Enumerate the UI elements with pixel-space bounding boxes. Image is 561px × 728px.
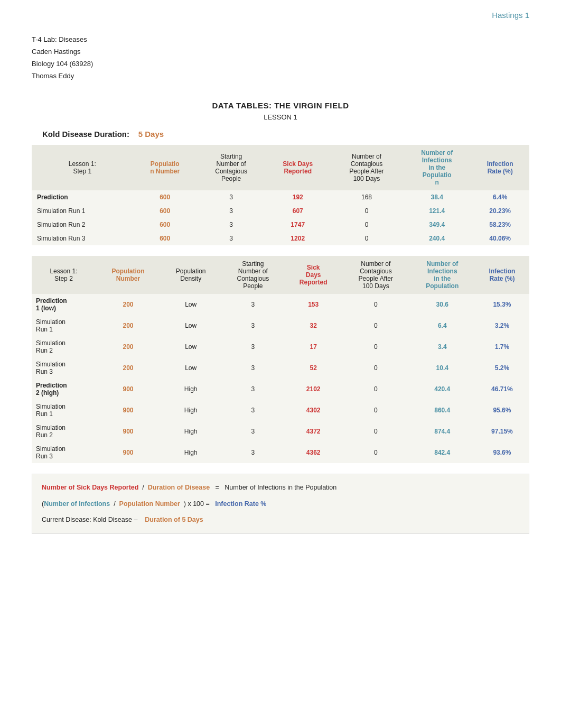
table-row: Prediction 600 3 192 168 38.4 6.4% xyxy=(32,190,529,204)
row-contagious100: 0 xyxy=(342,315,410,336)
row-sick: 607 xyxy=(265,204,330,218)
formula-duration: Duration of Disease xyxy=(148,484,210,491)
row-pop: 200 xyxy=(96,294,161,315)
table-row: SimulationRun 1 900 High 3 4302 0 860.4 … xyxy=(32,400,529,421)
disease-duration-value: 5 Days xyxy=(138,130,164,139)
row-rate: 3.2% xyxy=(475,315,529,336)
table-row: Prediction2 (high) 900 High 3 2102 0 420… xyxy=(32,379,529,400)
row-label: Prediction xyxy=(32,190,133,204)
row-infections: 30.6 xyxy=(410,294,475,315)
row-label: Simulation Run 1 xyxy=(32,204,133,218)
formula-current-disease-label: Current Disease: Kold Disease – xyxy=(42,516,137,523)
table1-col-pop: Population Number xyxy=(133,145,197,190)
row-label: SimulationRun 3 xyxy=(32,357,96,379)
row-label: SimulationRun 2 xyxy=(32,336,96,357)
row-label: Prediction1 (low) xyxy=(32,294,96,315)
row-sick: 1202 xyxy=(265,232,330,245)
row-infections: 420.4 xyxy=(410,379,475,400)
row-contagious100: 0 xyxy=(330,232,403,245)
row-starting: 3 xyxy=(221,421,285,442)
lesson-title: LESSON 1 xyxy=(32,113,529,121)
author-label: Caden Hastings xyxy=(32,48,529,56)
table-row: SimulationRun 1 200 Low 3 32 0 6.4 3.2% xyxy=(32,315,529,336)
row-label: SimulationRun 3 xyxy=(32,442,96,463)
row-contagious100: 0 xyxy=(330,204,403,218)
formula-line1: Number of Sick Days Reported / Duration … xyxy=(42,482,519,494)
table-row: Simulation Run 2 600 3 1747 0 349.4 58.2… xyxy=(32,218,529,232)
formula-pop-number: Population Number xyxy=(119,500,180,508)
row-pop: 600 xyxy=(133,190,197,204)
row-starting: 3 xyxy=(197,190,266,204)
section-title: DATA TABLES: THE VIRGIN FIELD xyxy=(32,101,529,110)
page-header: Hastings 1 xyxy=(32,11,529,20)
row-sick: 52 xyxy=(285,357,342,379)
row-contagious100: 0 xyxy=(342,357,410,379)
row-infections: 349.4 xyxy=(403,218,471,232)
row-rate: 1.7% xyxy=(475,336,529,357)
row-starting: 3 xyxy=(221,315,285,336)
table-row: Simulation Run 1 600 3 607 0 121.4 20.23… xyxy=(32,204,529,218)
table2-col-infections: Number ofInfectionsin thePopulation xyxy=(410,256,475,294)
row-pop: 900 xyxy=(96,442,161,463)
row-rate: 40.06% xyxy=(471,232,529,245)
table-row: Prediction1 (low) 200 Low 3 153 0 30.6 1… xyxy=(32,294,529,315)
row-rate: 6.4% xyxy=(471,190,529,204)
formula-infections-label: Number of Infections in the Population xyxy=(225,484,336,491)
row-starting: 3 xyxy=(221,400,285,421)
row-contagious100: 0 xyxy=(330,218,403,232)
row-sick: 4362 xyxy=(285,442,342,463)
lab-label: T-4 Lab: Diseases xyxy=(32,35,529,43)
row-pop: 600 xyxy=(133,204,197,218)
row-infections: 10.4 xyxy=(410,357,475,379)
formula-slash1: / xyxy=(142,484,144,491)
row-contagious100: 0 xyxy=(342,294,410,315)
formula-box: Number of Sick Days Reported / Duration … xyxy=(32,474,529,534)
table2-header-row: Lesson 1:Step 2 PopulationNumber Populat… xyxy=(32,256,529,294)
table1-header-row: Lesson 1:Step 1 Population Number Starti… xyxy=(32,145,529,190)
row-starting: 3 xyxy=(221,336,285,357)
row-rate: 20.23% xyxy=(471,204,529,218)
row-label: SimulationRun 2 xyxy=(32,421,96,442)
table1-col-sick: Sick DaysReported xyxy=(265,145,330,190)
row-pop: 600 xyxy=(133,232,197,245)
row-density: High xyxy=(161,379,221,400)
row-sick: 2102 xyxy=(285,379,342,400)
row-starting: 3 xyxy=(197,232,266,245)
row-sick: 1747 xyxy=(265,218,330,232)
row-rate: 93.6% xyxy=(475,442,529,463)
row-starting: 3 xyxy=(221,379,285,400)
row-sick: 17 xyxy=(285,336,342,357)
row-pop: 600 xyxy=(133,218,197,232)
page-title: Hastings 1 xyxy=(492,11,529,20)
row-sick: 4302 xyxy=(285,400,342,421)
formula-line2: (Number of Infections / Population Numbe… xyxy=(42,498,519,510)
table2-col-contagious100: Number ofContagiousPeople After100 Days xyxy=(342,256,410,294)
course-label: Biology 104 (63928) xyxy=(32,60,529,68)
row-rate: 5.2% xyxy=(475,357,529,379)
row-rate: 58.23% xyxy=(471,218,529,232)
row-rate: 46.71% xyxy=(475,379,529,400)
table2-col-density: PopulationDensity xyxy=(161,256,221,294)
row-density: Low xyxy=(161,294,221,315)
formula-rate-label: Infection Rate % xyxy=(215,500,266,508)
table2-col-pop: PopulationNumber xyxy=(96,256,161,294)
table-row: SimulationRun 3 900 High 3 4362 0 842.4 … xyxy=(32,442,529,463)
row-label: Prediction2 (high) xyxy=(32,379,96,400)
row-sick: 153 xyxy=(285,294,342,315)
table1-col-infections: Number ofInfectionsin thePopulation xyxy=(403,145,471,190)
row-infections: 3.4 xyxy=(410,336,475,357)
row-starting: 3 xyxy=(197,204,266,218)
row-density: High xyxy=(161,400,221,421)
formula-num-infections: Number of Infections xyxy=(44,500,110,508)
formula-sick-days: Number of Sick Days Reported xyxy=(42,484,138,491)
row-density: Low xyxy=(161,357,221,379)
row-pop: 200 xyxy=(96,315,161,336)
table-row: Simulation Run 3 600 3 1202 0 240.4 40.0… xyxy=(32,232,529,245)
table2-col-sick: SickDaysReported xyxy=(285,256,342,294)
row-sick: 192 xyxy=(265,190,330,204)
row-contagious100: 168 xyxy=(330,190,403,204)
table1-col-rate: InfectionRate (%) xyxy=(471,145,529,190)
table1: Lesson 1:Step 1 Population Number Starti… xyxy=(32,145,529,245)
formula-slash2: / xyxy=(114,500,115,508)
formula-close-x100: ) x 100 = xyxy=(184,500,210,508)
